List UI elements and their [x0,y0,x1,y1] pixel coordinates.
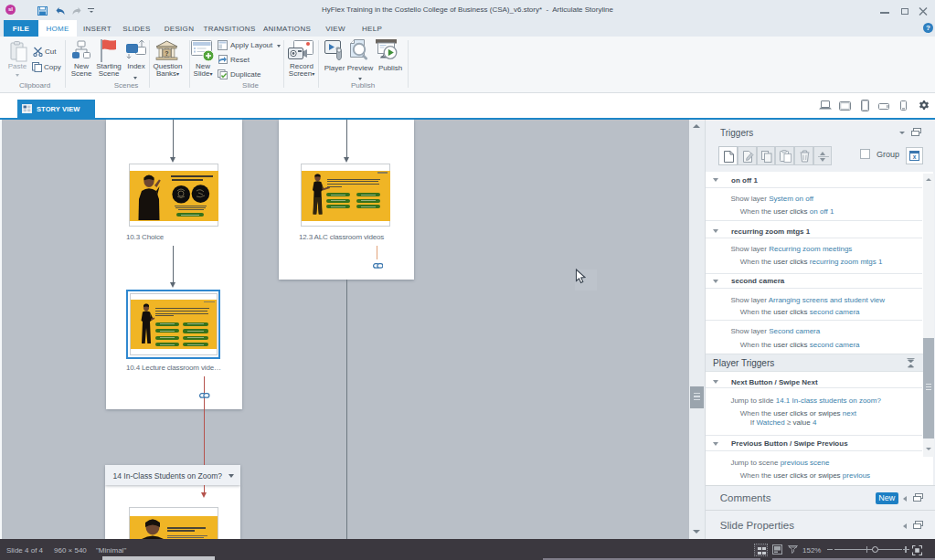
svg-text:x: x [913,153,917,160]
svg-text:?: ? [165,50,168,57]
